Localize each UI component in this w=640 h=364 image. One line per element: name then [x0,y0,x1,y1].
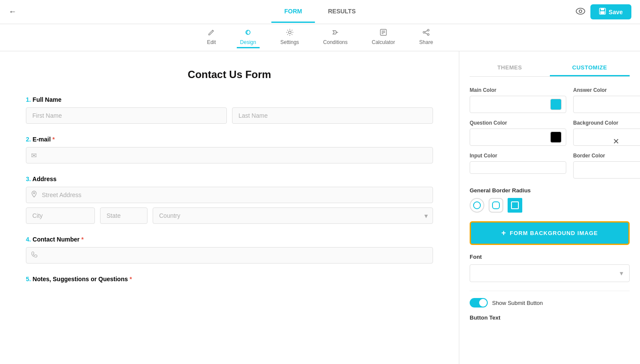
br-square-option[interactable] [508,198,522,213]
share-icon [422,28,430,38]
phone-input[interactable] [26,247,433,264]
location-icon [31,191,37,199]
q2-label: E-mail [33,136,51,143]
form-area: Contact Us Form 1. Full Name 2. E-mail *… [0,51,459,364]
svg-rect-4 [600,11,605,14]
svg-point-8 [427,29,429,31]
name-inputs [26,107,433,124]
q5-number: 5. [26,276,31,282]
question-1: 1. Full Name [26,96,433,124]
answer-color-input[interactable]: #131212 [578,101,640,108]
border-color-input[interactable] [578,167,640,173]
input-color-label: Input Color [470,153,566,159]
answer-color-label: Answer Color [573,87,640,93]
q4-label: Contact Number [33,236,80,243]
main-color-input[interactable]: #11C4E0 [474,101,547,108]
answer-color-input-row: #131212 [573,96,640,113]
svg-rect-3 [601,8,604,10]
state-input[interactable] [100,207,147,224]
br-circle-option[interactable] [470,198,484,213]
design-icon [244,28,252,38]
show-submit-label: Show Submit Button [492,300,543,306]
color-options: Main Color #11C4E0 Answer Color #131212 … [470,87,630,179]
q5-required: * [129,276,132,282]
last-name-input[interactable] [232,107,433,124]
email-input[interactable] [26,147,433,163]
q2-required: * [52,136,54,143]
street-address-input[interactable] [26,187,433,203]
question-3: 3. Address Country [26,176,433,224]
toolbar-share[interactable]: Share [416,27,436,48]
country-select[interactable]: Country [153,207,433,224]
back-button[interactable]: ← [9,7,16,16]
question-color-input[interactable]: #000000 [474,134,547,141]
main-color-swatch[interactable] [550,99,562,110]
q5-label: Notes, Suggestions or Questions [33,276,128,282]
svg-point-0 [576,8,585,14]
button-text-label: Button Text [470,314,630,321]
show-submit-toggle[interactable] [470,298,488,308]
q2-number: 2. [26,136,31,143]
preview-button[interactable] [576,7,585,17]
svg-point-11 [34,193,35,194]
q1-number: 1. [26,96,31,103]
panel-tab-customize[interactable]: CUSTOMIZE [550,60,630,76]
address-subfields: Country ▾ [26,207,433,224]
input-color-input-row: rgba(250, 250, 25 [470,161,566,174]
toolbar-calculator[interactable]: Calculator [368,27,398,48]
toolbar-calculator-label: Calculator [372,39,395,45]
br-rounded-option[interactable] [489,198,503,213]
question-4: 4. Contact Number * [26,236,433,264]
save-icon [599,8,606,16]
conditions-icon [332,28,339,38]
font-label: Font [470,254,630,260]
city-input[interactable] [26,207,95,224]
email-input-wrap: ✉ [26,147,433,163]
q3-label: Address [32,176,56,182]
main-color-label: Main Color [470,87,566,93]
background-color-input[interactable]: #FFFFFF [578,134,640,141]
panel-tab-themes[interactable]: THEMES [470,60,550,76]
svg-point-9 [423,31,425,33]
border-color-field: Border Color [573,153,640,179]
toolbar-edit[interactable]: Edit [204,27,220,48]
panel-close-button[interactable]: ✕ [613,137,619,146]
tab-form[interactable]: FORM [271,1,315,23]
panel-tabs: THEMES CUSTOMIZE [470,60,630,77]
save-button[interactable]: Save [590,4,631,19]
toolbar-conditions[interactable]: Conditions [320,27,351,48]
q4-number: 4. [26,236,31,243]
br-rounded-icon [492,201,500,209]
toolbar: Edit Design Settings Conditions Calculat… [0,24,640,51]
answer-color-field: Answer Color #131212 [573,87,640,113]
settings-icon [286,28,294,38]
right-panel: THEMES CUSTOMIZE ✕ Main Color #11C4E0 An… [459,51,640,364]
svg-point-6 [289,31,291,34]
toolbar-design[interactable]: Design [237,27,260,48]
top-nav: ← FORM RESULTS Save [0,0,640,24]
eye-icon [576,7,585,16]
plus-icon: + [502,229,507,238]
main-color-field: Main Color #11C4E0 [470,87,566,113]
font-select[interactable]: ▾ [470,264,630,282]
bg-image-button[interactable]: + FORM BACKGROUND IMAGE [470,221,630,245]
question-color-input-row: #000000 [470,129,566,146]
first-name-input[interactable] [26,107,227,124]
toolbar-settings[interactable]: Settings [277,27,302,48]
background-color-field: Background Color #FFFFFF [573,120,640,146]
br-square-icon [511,201,519,209]
question-color-swatch[interactable] [550,132,562,143]
question-5: 5. Notes, Suggestions or Questions * [26,276,433,282]
street-address-wrap [26,187,433,203]
tab-results[interactable]: RESULTS [315,1,368,23]
show-submit-toggle-row: Show Submit Button [470,298,630,308]
toggle-knob [479,299,487,307]
br-circle-icon [473,201,481,209]
font-chevron-icon: ▾ [620,269,623,277]
border-color-input-row [573,161,640,179]
font-section: Font ▾ [470,254,630,282]
toolbar-conditions-label: Conditions [323,39,348,45]
main-color-input-row: #11C4E0 [470,96,566,113]
input-color-input[interactable]: rgba(250, 250, 25 [474,164,562,171]
phone-icon [31,251,38,260]
